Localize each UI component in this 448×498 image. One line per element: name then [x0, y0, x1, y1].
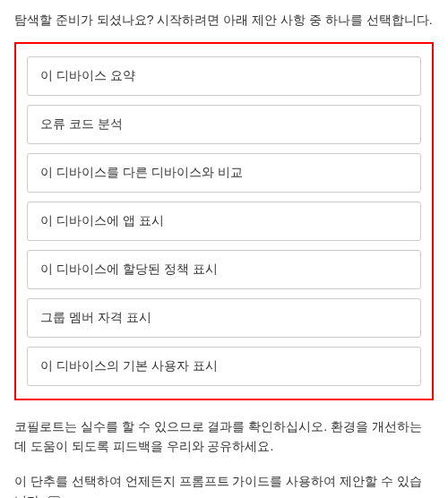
suggestion-device-summary[interactable]: 이 디바이스 요약 — [27, 56, 421, 96]
suggestion-compare-devices[interactable]: 이 디바이스를 다른 디바이스와 비교 — [27, 153, 421, 193]
suggestion-show-policies[interactable]: 이 디바이스에 할당된 정책 표시 — [27, 250, 421, 289]
suggestion-show-apps[interactable]: 이 디바이스에 앱 표시 — [27, 202, 421, 241]
suggestion-error-code-analysis[interactable]: 오류 코드 분석 — [27, 105, 421, 144]
suggestion-group-membership[interactable]: 그룹 멤버 자격 표시 — [27, 298, 421, 338]
intro-text: 탐색할 준비가 되셨나요? 시작하려면 아래 제안 사항 중 하나를 선택합니다… — [14, 11, 434, 30]
suggestions-highlight-box: 이 디바이스 요약 오류 코드 분석 이 디바이스를 다른 디바이스와 비교 이… — [14, 42, 434, 400]
suggestion-primary-user[interactable]: 이 디바이스의 기본 사용자 표시 — [27, 347, 421, 386]
footer-label: 이 단추를 선택하여 언제든지 프롬프트 가이드를 사용하여 제안할 수 있습니… — [14, 474, 422, 498]
footer-text: 이 단추를 선택하여 언제든지 프롬프트 가이드를 사용하여 제안할 수 있습니… — [14, 471, 434, 498]
disclaimer-text: 코필로트는 실수를 할 수 있으므로 결과를 확인하십시오. 환경을 개선하는 … — [14, 416, 434, 457]
